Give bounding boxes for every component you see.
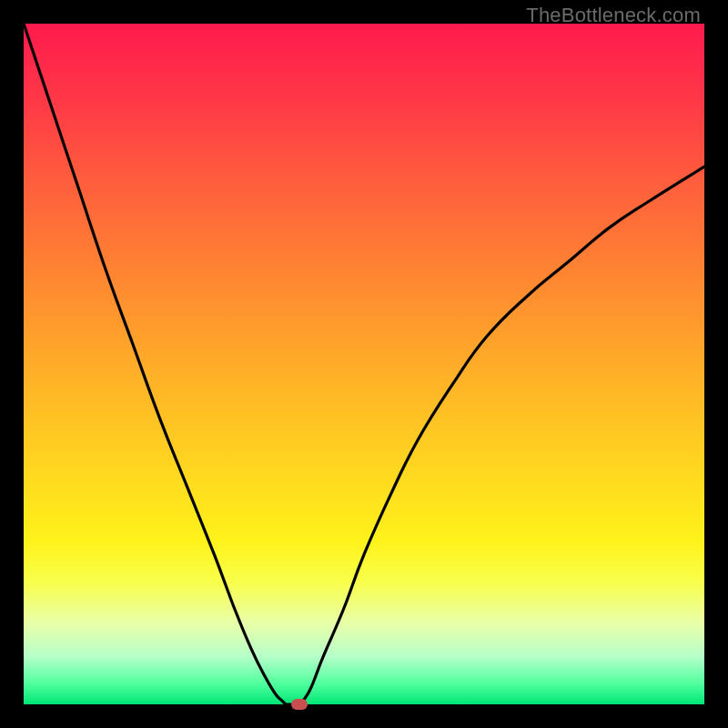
chart-frame: TheBottleneck.com bbox=[0, 0, 728, 728]
minimum-marker bbox=[291, 699, 308, 710]
bottleneck-curve bbox=[24, 24, 704, 704]
plot-area bbox=[24, 24, 704, 704]
